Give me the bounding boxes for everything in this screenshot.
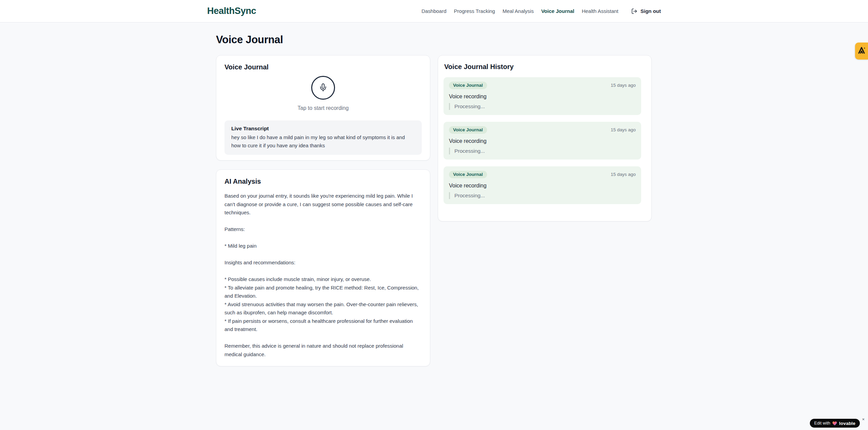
nav-meal-analysis[interactable]: Meal Analysis (502, 8, 534, 14)
voice-recorder-card: Voice Journal Tap to start recording (216, 55, 430, 161)
entry-type-badge: Voice Journal (449, 171, 487, 178)
brand-logo[interactable]: HealthSync (207, 6, 256, 16)
sign-out-label: Sign out (640, 8, 661, 14)
history-entry[interactable]: Voice Journal 15 days ago Voice recordin… (444, 77, 641, 115)
ai-analysis-title: AI Analysis (224, 177, 422, 185)
nav-dashboard[interactable]: Dashboard (421, 8, 446, 14)
entry-timestamp: 15 days ago (611, 171, 636, 178)
sign-out-button[interactable]: Sign out (631, 8, 661, 14)
history-entry[interactable]: Voice Journal 15 days ago Voice recordin… (444, 166, 641, 204)
recorder-card-title: Voice Journal (224, 63, 422, 71)
history-card: Voice Journal History Voice Journal 15 d… (438, 55, 652, 221)
lovable-heart-icon (832, 421, 837, 426)
dev-panel-tab[interactable] (855, 43, 868, 60)
nav-health-assistant[interactable]: Health Assistant (582, 8, 618, 14)
tap-to-record-hint: Tap to start recording (224, 104, 422, 112)
entry-status: Processing... (449, 148, 636, 154)
history-card-title: Voice Journal History (444, 63, 641, 71)
main-nav: Dashboard Progress Tracking Meal Analysi… (421, 8, 661, 14)
live-transcript-box: Live Transcript hey so like I do have a … (224, 120, 422, 155)
app-header: HealthSync Dashboard Progress Tracking M… (0, 0, 868, 22)
lovable-badge[interactable]: Edit with lovable × (810, 419, 860, 428)
entry-status: Processing... (449, 103, 636, 110)
entry-status: Processing... (449, 192, 636, 199)
logout-icon (631, 8, 637, 14)
lovable-brand-label: lovable (839, 421, 855, 426)
nav-voice-journal[interactable]: Voice Journal (541, 8, 574, 14)
entry-type-badge: Voice Journal (449, 82, 487, 89)
microphone-icon (319, 83, 328, 93)
record-button[interactable] (311, 76, 335, 100)
nav-progress-tracking[interactable]: Progress Tracking (454, 8, 495, 14)
live-transcript-text: hey so like I do have a mild pain in my … (231, 133, 415, 150)
page-title: Voice Journal (216, 33, 652, 46)
history-entry[interactable]: Voice Journal 15 days ago Voice recordin… (444, 122, 641, 160)
entry-title: Voice recording (449, 93, 636, 100)
main-content: Voice Journal Voice Journal (216, 22, 652, 366)
entry-timestamp: 15 days ago (611, 82, 636, 88)
live-transcript-title: Live Transcript (231, 125, 415, 132)
ai-analysis-card: AI Analysis Based on your journal entry,… (216, 169, 430, 366)
entry-title: Voice recording (449, 138, 636, 144)
entry-timestamp: 15 days ago (611, 127, 636, 133)
ai-analysis-text: Based on your journal entry, it sounds l… (224, 192, 422, 359)
lovable-close-icon[interactable]: × (862, 417, 865, 421)
entry-title: Voice recording (449, 182, 636, 189)
lovable-badge-text: Edit with (814, 421, 830, 426)
lovable-mark-icon (857, 46, 866, 56)
entry-type-badge: Voice Journal (449, 126, 487, 134)
